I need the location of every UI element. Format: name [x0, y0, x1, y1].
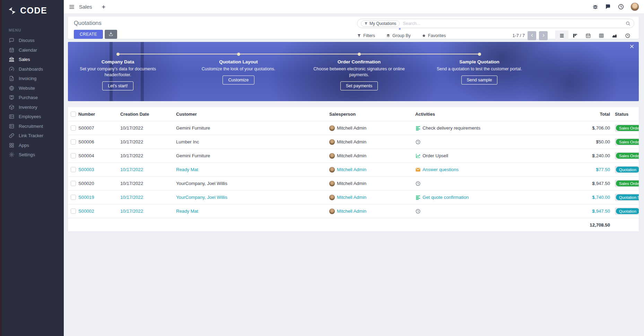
activity-clock-icon[interactable] [415, 209, 421, 214]
view-activity-button[interactable] [621, 30, 634, 41]
row-checkbox[interactable] [71, 153, 76, 158]
cell-activities[interactable]: Check delivery requirements [415, 125, 565, 131]
cell-salesperson[interactable]: Mitchell Admin [329, 153, 415, 159]
cell-activities[interactable]: Order Upsell [415, 153, 565, 159]
banner-close-icon[interactable] [629, 44, 634, 49]
column-header-status[interactable]: Status [610, 112, 639, 117]
cell-activities[interactable]: Get quote confirmation [415, 195, 565, 200]
pager-next-button[interactable] [539, 31, 548, 40]
activity-clock-icon[interactable] [415, 181, 421, 186]
activity-label[interactable]: Get quote confirmation [423, 195, 469, 200]
sidebar-item-discuss[interactable]: Discuss [0, 36, 64, 45]
sidebar-item-dashboards[interactable]: Dashboards [0, 64, 64, 74]
favorites-button[interactable]: Favorites [422, 33, 446, 38]
row-checkbox[interactable] [71, 139, 76, 144]
view-pivot-button[interactable] [595, 30, 608, 41]
column-header-salesperson[interactable]: Salesperson [329, 112, 415, 117]
sidebar-item-website[interactable]: Website [0, 83, 64, 93]
set-payments-button[interactable]: Set payments [340, 81, 378, 90]
cell-salesperson[interactable]: Mitchell Admin [329, 139, 415, 145]
sidebar-item-recruitment[interactable]: Recruitment [0, 122, 64, 131]
sidebar-item-invoicing[interactable]: Invoicing [0, 74, 64, 83]
cell-creation-date[interactable]: 10/17/2022 [120, 139, 176, 144]
cell-number[interactable]: S00002 [78, 209, 120, 214]
cell-customer[interactable]: Ready Mat [176, 209, 329, 214]
activity-clock-icon[interactable] [415, 139, 421, 145]
sidebar-item-purchase[interactable]: Purchase [0, 93, 64, 103]
filters-button[interactable]: Filters [357, 33, 375, 38]
debug-bug-icon[interactable] [592, 3, 599, 10]
app-title[interactable]: Sales [79, 4, 92, 10]
cell-activities[interactable] [415, 139, 565, 145]
cell-number[interactable]: S00004 [78, 153, 120, 158]
quotation-row-s00003[interactable]: S00003 10/17/2022 Ready Mat Mitchell Adm… [68, 162, 639, 176]
cell-customer[interactable]: Gemini Furniture [176, 153, 329, 158]
cell-creation-date[interactable]: 10/17/2022 [120, 167, 176, 172]
hamburger-menu-icon[interactable] [69, 4, 75, 10]
search-input[interactable]: My Quotations × Search... [357, 19, 634, 28]
activity-label[interactable]: Check delivery requirements [423, 125, 480, 131]
column-header-total[interactable]: Total [565, 112, 610, 117]
row-checkbox[interactable] [71, 181, 76, 186]
export-button[interactable] [105, 30, 117, 39]
activities-clock-icon[interactable] [618, 3, 624, 10]
view-graph-button[interactable] [608, 30, 621, 41]
cell-salesperson[interactable]: Mitchell Admin [329, 209, 415, 214]
add-tab-icon[interactable] [101, 5, 106, 9]
cell-creation-date[interactable]: 10/17/2022 [120, 195, 176, 200]
cell-activities[interactable] [415, 209, 565, 214]
user-avatar[interactable] [630, 2, 639, 11]
pager-previous-button[interactable] [528, 31, 536, 40]
cell-customer[interactable]: Ready Mat [176, 167, 329, 172]
row-checkbox[interactable] [71, 167, 76, 172]
view-calendar-button[interactable] [582, 30, 595, 41]
activity-label[interactable]: Answer questions [423, 167, 459, 172]
sidebar-item-apps[interactable]: Apps [0, 141, 64, 150]
cell-number[interactable]: S00006 [78, 139, 120, 144]
facet-remove-icon[interactable]: × [399, 27, 401, 31]
view-kanban-button[interactable] [568, 30, 582, 41]
sidebar-item-calendar[interactable]: Calendar [0, 45, 64, 55]
view-list-button[interactable] [555, 30, 568, 41]
sidebar-item-employees[interactable]: Employees [0, 112, 64, 122]
groupby-button[interactable]: Group By [386, 33, 411, 38]
quotation-row-s00006[interactable]: S00006 10/17/2022 Lumber Inc Mitchell Ad… [68, 135, 639, 149]
row-checkbox[interactable] [71, 125, 76, 131]
quotation-row-s00019[interactable]: S00019 10/17/2022 YourCompany, Joel Will… [68, 190, 639, 204]
select-all-checkbox[interactable] [71, 112, 76, 117]
quotation-row-s00007[interactable]: S00007 10/17/2022 Gemini Furniture Mitch… [68, 121, 639, 135]
cell-number[interactable]: S00019 [78, 195, 120, 200]
cell-salesperson[interactable]: Mitchell Admin [329, 125, 415, 131]
cell-activities[interactable]: Answer questions [415, 167, 565, 173]
cell-creation-date[interactable]: 10/17/2022 [120, 153, 176, 158]
messages-icon[interactable] [605, 3, 611, 10]
cell-activities[interactable] [415, 181, 565, 186]
row-checkbox[interactable] [71, 195, 76, 200]
quotation-row-s00004[interactable]: S00004 10/17/2022 Gemini Furniture Mitch… [68, 149, 639, 162]
cell-creation-date[interactable]: 10/17/2022 [120, 125, 176, 131]
sidebar-item-sales[interactable]: Sales [0, 55, 64, 64]
search-facet-my-quotations[interactable]: My Quotations × [361, 20, 400, 27]
column-header-customer[interactable]: Customer [176, 112, 329, 117]
sidebar-item-inventory[interactable]: Inventory [0, 103, 64, 112]
activity-list-icon[interactable] [415, 125, 421, 131]
cell-salesperson[interactable]: Mitchell Admin [329, 181, 415, 186]
cell-creation-date[interactable]: 10/17/2022 [120, 181, 176, 186]
quotation-row-s00002[interactable]: S00002 10/17/2022 Ready Mat Mitchell Adm… [68, 204, 639, 218]
cell-number[interactable]: S00003 [78, 167, 120, 172]
column-header-number[interactable]: Number [78, 112, 120, 117]
send-sample-button[interactable]: Send sample [461, 76, 498, 85]
row-checkbox[interactable] [71, 209, 76, 214]
quotation-row-s00020[interactable]: S00020 10/17/2022 YourCompany, Joel Will… [68, 176, 639, 190]
cell-number[interactable]: S00007 [78, 125, 120, 131]
cell-salesperson[interactable]: Mitchell Admin [329, 195, 415, 200]
search-icon[interactable] [626, 21, 630, 26]
brand-logo[interactable]: CODE [0, 0, 64, 16]
column-header-activities[interactable]: Activities [415, 112, 565, 117]
activity-chart-icon[interactable] [415, 153, 421, 159]
cell-customer[interactable]: YourCompany, Joel Willis [176, 181, 329, 186]
activity-label[interactable]: Order Upsell [423, 153, 448, 158]
cell-creation-date[interactable]: 10/17/2022 [120, 209, 176, 214]
activity-list-icon[interactable] [415, 195, 421, 200]
cell-customer[interactable]: Gemini Furniture [176, 125, 329, 131]
